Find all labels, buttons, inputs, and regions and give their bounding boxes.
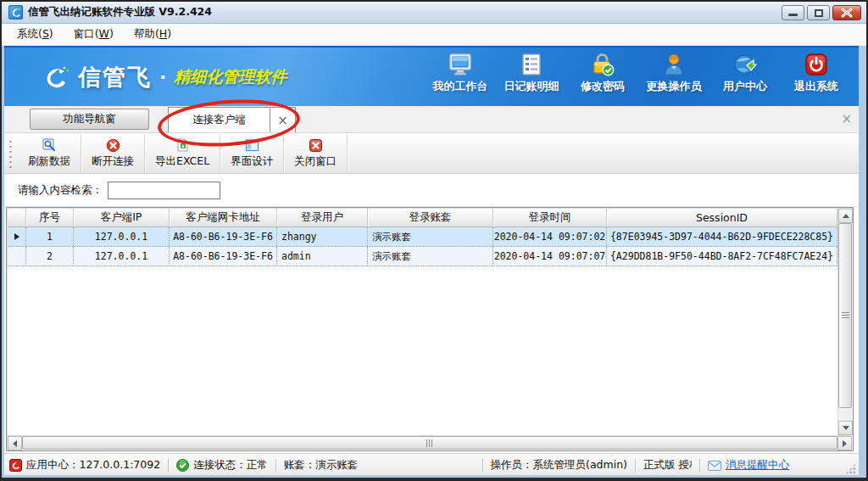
cell-session-id: {87E03945-3D97-4044-B62D-9FDECE228C85} [607,227,837,246]
status-operator: 操作员：系统管理员(admin) [491,458,627,473]
tab-connected-clients[interactable]: 连接客户端 [168,107,270,132]
action-exit-system[interactable]: 退出系统 [781,53,852,94]
status-account-text: 账套：演示账套 [284,458,359,473]
cell-seq: 1 [26,227,74,246]
menu-window-label: 窗口( [74,27,99,40]
menubar: 系统(S) 窗口(W) 帮助(H) [2,24,866,46]
status-separator [482,459,483,473]
thumb-grip-icon [426,439,433,447]
statusbar: 应用中心：127.0.0.1:7092 连接状态：正常 账套：演示账套 操作员：… [4,453,859,475]
refresh-data-button[interactable]: 刷新数据 [18,135,81,172]
tab-close-icon: × [277,113,288,128]
horizontal-scroll-thumb[interactable] [22,436,837,450]
tab-nav-window[interactable]: 功能导航窗 [30,109,149,130]
connection-ok-icon [176,459,189,472]
refresh-data-label: 刷新数据 [28,154,70,169]
brand-swoosh-icon [42,63,70,92]
scroll-right-button[interactable] [837,436,852,450]
export-excel-label: 导出EXCEL [155,154,209,169]
col-header-seq[interactable]: 序号 [26,209,74,227]
menu-system[interactable]: 系统(S) [8,25,62,44]
search-input[interactable] [108,182,220,199]
ui-design-button[interactable]: 界面设计 [220,135,283,172]
status-app-center: 应用中心：127.0.0.1:7092 [9,458,160,473]
col-header-login-time[interactable]: 登录时间 [493,209,607,227]
disconnect-icon [106,138,120,153]
status-message-center[interactable]: 消息提醒中心 [708,458,789,473]
message-center-link[interactable]: 消息提醒中心 [726,458,789,473]
horizontal-scrollbar[interactable] [8,435,852,450]
clients-table: 序号 客户端IP 客户端网卡地址 登录用户 登录账套 登录时间 SessionI… [8,209,837,435]
action-journal-detail[interactable]: 日记账明细 [496,53,567,94]
col-header-account-set[interactable]: 登录账套 [368,209,493,227]
close-window-button[interactable]: 关闭窗口 [284,135,347,172]
workbench-monitor-icon [448,53,473,76]
close-icon [833,6,860,20]
col-header-mac[interactable]: 客户端网卡地址 [170,209,277,227]
col-header-session-id[interactable]: SessionID [607,209,837,227]
menu-system-hotkey: S [42,27,49,40]
app-center-icon [9,459,22,472]
action-my-workbench[interactable]: 我的工作台 [425,53,496,94]
cell-client-ip: 127.0.0.1 [74,227,170,246]
arrow-down-icon [843,426,849,430]
brand-logo: 信管飞 · 精细化管理软件 [42,62,287,92]
status-separator [168,459,169,473]
change-operator-icon [662,53,686,76]
table-row[interactable]: 1 127.0.0.1 A8-60-B6-19-3E-F6 zhangy 演示账… [8,227,837,247]
col-header-login-user[interactable]: 登录用户 [277,209,368,227]
menu-window[interactable]: 窗口(W) [65,25,122,44]
tabstrip-close-button[interactable]: × [841,111,852,126]
action-label: 用户中心 [723,79,767,94]
status-account-set: 账套：演示账套 [284,458,359,473]
scroll-up-button[interactable] [838,209,853,223]
restore-icon [815,9,823,17]
scroll-down-button[interactable] [838,421,853,435]
row-indicator-cell [8,227,26,246]
col-header-client-ip[interactable]: 客户端IP [74,209,170,227]
vertical-scroll-thumb[interactable] [838,223,852,408]
action-label: 退出系统 [794,79,838,94]
menu-help-hotkey: H [159,27,167,40]
tabstrip: 功能导航窗 连接客户端 × × [4,106,859,133]
brand-name: 信管飞 [78,62,152,92]
status-connection: 连接状态：正常 [176,458,268,473]
disconnect-button[interactable]: 断开连接 [81,135,144,172]
cell-mac: A8-60-B6-19-3E-F6 [170,227,277,246]
export-excel-button[interactable]: 导出EXCEL [145,135,220,172]
row-indicator-header[interactable] [8,209,26,227]
status-separator [275,459,276,473]
action-user-center[interactable]: 用户中心 [709,53,781,94]
disconnect-label: 断开连接 [92,154,134,169]
cell-mac: A8-60-B6-19-3E-F6 [170,247,277,266]
tab-close-button[interactable]: × [270,107,296,132]
resize-grip[interactable] [845,463,856,474]
cell-login-user: zhangy [277,227,368,246]
cell-client-ip: 127.0.0.1 [74,247,170,266]
menu-help-label: 帮助( [134,27,159,40]
minimize-button[interactable] [782,5,804,20]
exit-power-icon [804,53,828,76]
toolbar-grip-handle[interactable] [8,139,13,168]
tabstrip-close-icon: × [841,111,852,126]
client-area: 信管飞 · 精细化管理软件 我的工作台 [4,46,859,475]
menu-help[interactable]: 帮助(H) [125,25,180,44]
restore-button[interactable] [807,5,830,20]
status-connection-text: 连接状态：正常 [193,458,268,473]
arrow-right-icon [843,440,847,447]
menu-window-suffix: ) [109,27,114,40]
current-row-indicator-icon [14,233,19,240]
cell-login-time: 2020-04-14 09:07:07 [493,247,607,266]
status-separator [699,459,700,473]
action-change-password[interactable]: 修改密码 [567,53,638,94]
action-change-operator[interactable]: 更换操作员 [638,53,709,94]
toolbar-separator [347,135,348,172]
menu-system-label: 系统( [17,27,42,40]
table-row[interactable]: 2 127.0.0.1 A8-60-B6-19-3E-F6 admin 演示账套… [8,247,837,266]
close-button[interactable] [832,5,861,20]
status-separator [635,459,636,473]
scroll-left-button[interactable] [8,436,22,450]
password-lock-icon [590,53,615,76]
brand-separator: · [159,66,166,87]
vertical-scrollbar[interactable] [837,209,852,435]
